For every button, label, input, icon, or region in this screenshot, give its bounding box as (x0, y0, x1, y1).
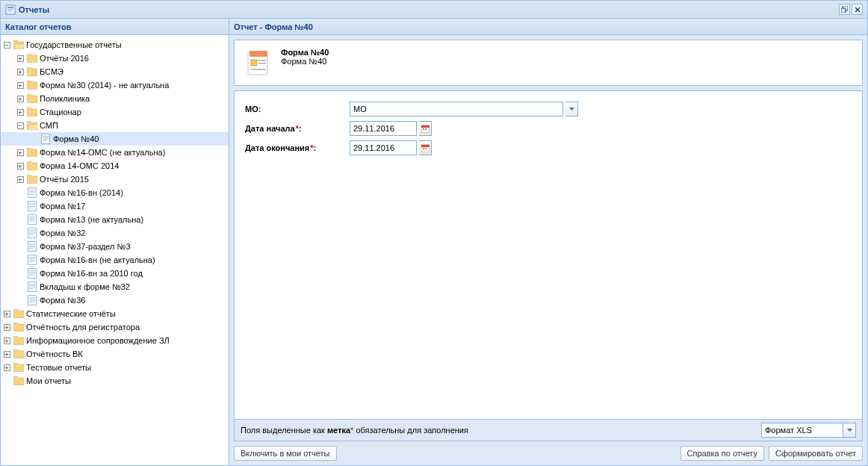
svg-rect-32 (29, 243, 35, 244)
tree-node[interactable]: Форма №17 (1, 199, 229, 213)
expand-icon[interactable]: + (1, 334, 13, 347)
start-date-trigger[interactable] (419, 121, 432, 136)
svg-rect-34 (29, 246, 35, 247)
expand-icon[interactable]: + (1, 307, 13, 320)
report-help-button[interactable]: Справка по отчету (681, 446, 764, 461)
tree-node[interactable]: Форма №37-раздел №3 (1, 240, 229, 253)
svg-rect-37 (29, 257, 35, 258)
reports-window: Отчеты Каталог отчетов −Государственные … (0, 0, 868, 466)
expand-icon[interactable]: + (14, 92, 26, 105)
expand-icon[interactable]: + (1, 347, 13, 361)
collapse-icon[interactable]: − (1, 38, 13, 52)
tree-node[interactable]: Форма №16-вн за 2010 год (1, 267, 229, 280)
svg-rect-49 (29, 287, 35, 288)
tree-node[interactable]: Форма №16-вн (не актуальна) (1, 253, 229, 267)
tree-node-label: Форма 14-ОМС 2014 (40, 161, 119, 170)
tree-node-label: Форма №16-вн (не актуальна) (40, 255, 155, 264)
folder-icon (26, 106, 38, 118)
window-titlebar: Отчеты (1, 1, 867, 19)
tree-node-label: Стационар (40, 108, 81, 116)
reports-icon (5, 4, 16, 15)
report-description: Форма №40 Форма №40 (234, 40, 863, 86)
folder-icon (13, 361, 25, 373)
svg-rect-3 (7, 10, 12, 11)
svg-rect-1 (7, 7, 13, 8)
expand-icon[interactable]: + (14, 78, 26, 92)
expand-icon[interactable]: + (14, 173, 26, 186)
document-icon (26, 254, 38, 266)
folder-open-icon (26, 119, 38, 131)
svg-rect-10 (43, 140, 47, 141)
tree-node-label: Отчёты 2015 (40, 175, 89, 184)
svg-rect-12 (29, 190, 35, 190)
end-date-trigger[interactable] (419, 140, 432, 155)
close-button[interactable] (852, 4, 863, 15)
collapse-icon[interactable]: − (14, 119, 26, 132)
mo-combo-trigger[interactable] (565, 102, 578, 116)
folder-icon (13, 308, 25, 320)
tree-node[interactable]: +Форма 14-ОМС 2014 (1, 159, 229, 173)
tree-node[interactable]: +Форма №30 (2014) - не актуальна (1, 78, 229, 92)
start-date-label: Дата начала*: (245, 124, 350, 133)
expand-icon[interactable]: + (14, 52, 26, 65)
format-combo-trigger[interactable] (843, 423, 856, 438)
svg-rect-2 (7, 9, 13, 10)
tree-node[interactable]: +Отчётность для регистратора (1, 320, 229, 334)
end-date-label: Дата окончания*: (245, 143, 350, 152)
report-header: Отчет - Форма №40 (229, 19, 867, 35)
svg-rect-24 (29, 220, 35, 220)
start-date-input[interactable] (350, 121, 417, 136)
tree-node-label: Вкладыш к форме №32 (40, 282, 130, 291)
svg-rect-68 (423, 148, 424, 149)
svg-rect-63 (421, 125, 430, 128)
tree-node[interactable]: +Отчётность ВК (1, 347, 229, 361)
tree-node[interactable]: −СМП (1, 119, 229, 132)
tree-node[interactable]: +Информационное сопровождение ЗЛ (1, 334, 229, 347)
end-date-input[interactable] (350, 140, 417, 155)
tree-node[interactable]: Мои отчеты (1, 374, 229, 388)
tree-node[interactable]: Вкладыш к форме №32 (1, 280, 229, 293)
tree-node[interactable]: Форма №36 (1, 293, 229, 307)
expand-icon[interactable]: + (14, 105, 26, 119)
tree-node[interactable]: +Поликлиника (1, 92, 229, 105)
tree-node-label: Форма №32 (40, 229, 85, 237)
tree-node[interactable]: +Статистические отчёты (1, 307, 229, 320)
include-in-my-reports-button[interactable]: Включить в мои отчеты (234, 446, 337, 461)
tree-node[interactable]: +Форма №14-ОМС (не актуальна) (1, 146, 229, 159)
tree-node[interactable]: +Тестовые отчеты (1, 361, 229, 374)
expand-icon[interactable]: + (14, 146, 26, 159)
expand-icon[interactable]: + (1, 320, 13, 334)
expand-icon[interactable]: + (14, 65, 26, 78)
mo-combo[interactable] (350, 102, 563, 116)
tree-node[interactable]: Форма №16-вн (2014) (1, 186, 229, 199)
tree-node[interactable]: Форма №40 (1, 132, 229, 146)
svg-rect-30 (29, 234, 34, 235)
tree-node-label: Форма №37-раздел №3 (40, 242, 131, 251)
svg-rect-50 (29, 288, 34, 289)
svg-rect-52 (29, 297, 35, 298)
tree-node[interactable]: −Государственные отчеты (1, 38, 229, 52)
tree-node-label: Поликлиника (40, 94, 90, 103)
svg-rect-67 (421, 145, 430, 147)
tree-node-label: Отчётность ВК (26, 350, 83, 358)
tree-node[interactable]: Форма №32 (1, 226, 229, 240)
tree-node[interactable]: +Отчёты 2015 (1, 173, 229, 186)
tree-node[interactable]: +Стационар (1, 105, 229, 119)
mo-label: МО: (245, 105, 350, 114)
restore-button[interactable] (839, 4, 850, 15)
svg-rect-65 (425, 128, 427, 130)
folder-icon (13, 375, 25, 387)
document-icon (26, 200, 38, 212)
svg-rect-39 (29, 260, 35, 261)
folder-icon (26, 146, 38, 158)
document-icon (26, 240, 38, 252)
svg-rect-61 (251, 69, 266, 70)
format-combo[interactable] (761, 423, 843, 438)
tree-node[interactable]: +Отчёты 2016 (1, 52, 229, 65)
generate-report-button[interactable]: Сформировать отчет (769, 446, 863, 461)
tree-node[interactable]: +БСМЭ (1, 65, 229, 78)
expand-icon[interactable]: + (1, 361, 13, 374)
tree-node-label: Мои отчеты (26, 376, 71, 385)
tree-node[interactable]: Форма №13 (не актуальна) (1, 213, 229, 226)
expand-icon[interactable]: + (14, 159, 26, 173)
